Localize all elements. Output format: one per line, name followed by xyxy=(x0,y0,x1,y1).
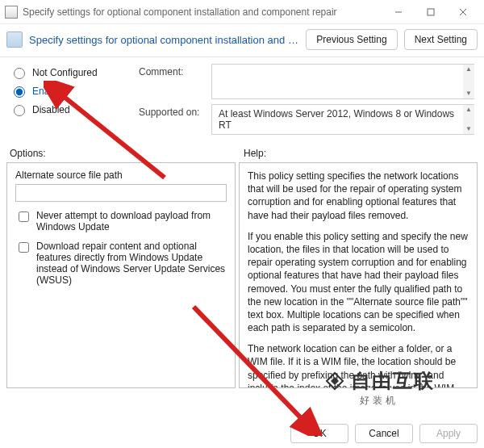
minimize-button[interactable] xyxy=(382,1,415,23)
options-pane: Alternate source file path Never attempt… xyxy=(6,162,236,388)
scroll-down-icon: ▼ xyxy=(463,89,474,98)
help-paragraph: The network location can be either a fol… xyxy=(248,342,469,388)
policy-meta-fields: Comment: ▲ ▼ Supported on: At least Wind… xyxy=(139,64,474,140)
help-paragraph: This policy setting specifies the networ… xyxy=(248,170,469,222)
supported-on-label: Supported on: xyxy=(139,104,211,135)
radio-enabled-label: Enabled xyxy=(32,86,68,97)
panes: Alternate source file path Never attempt… xyxy=(0,162,484,388)
supported-on-field: At least Windows Server 2012, Windows 8 … xyxy=(211,104,463,135)
policy-state-area: Not Configured Enabled Disabled Comment:… xyxy=(0,57,484,143)
help-pane: This policy setting specifies the networ… xyxy=(239,162,478,388)
apply-button[interactable]: Apply xyxy=(419,424,478,443)
radio-disabled-input[interactable] xyxy=(14,105,25,116)
alternate-source-path-input[interactable] xyxy=(15,184,227,202)
alternate-source-path-label: Alternate source file path xyxy=(15,170,227,181)
app-icon xyxy=(5,6,18,19)
window-title: Specify settings for optional component … xyxy=(23,6,337,18)
radio-enabled[interactable]: Enabled xyxy=(10,84,115,98)
comment-field[interactable] xyxy=(211,64,463,99)
comment-label: Comment: xyxy=(139,64,211,99)
comment-scrollbar[interactable]: ▲ ▼ xyxy=(463,64,474,99)
svg-rect-1 xyxy=(428,9,434,15)
policy-title: Specify settings for optional component … xyxy=(29,34,299,46)
radio-disabled[interactable]: Disabled xyxy=(10,103,115,116)
section-labels: Options: Help: xyxy=(0,143,484,162)
help-heading: Help: xyxy=(244,148,474,159)
policy-state-radios: Not Configured Enabled Disabled xyxy=(10,64,115,116)
cancel-button[interactable]: Cancel xyxy=(355,424,413,443)
titlebar: Specify settings for optional component … xyxy=(0,0,484,24)
radio-not-configured-input[interactable] xyxy=(14,68,25,79)
policy-icon xyxy=(6,31,23,48)
options-heading: Options: xyxy=(10,148,244,159)
radio-enabled-input[interactable] xyxy=(14,86,25,98)
dialog-footer: OK Cancel Apply xyxy=(290,424,478,443)
watermark-subtext: 好装机 xyxy=(290,394,468,408)
previous-setting-button[interactable]: Previous Setting xyxy=(306,29,397,50)
help-paragraph: If you enable this policy setting and sp… xyxy=(248,230,469,335)
maximize-button[interactable] xyxy=(415,1,447,23)
wsus-bypass-checkbox[interactable] xyxy=(19,242,29,253)
radio-disabled-label: Disabled xyxy=(32,104,70,115)
wsus-bypass-label: Download repair content and optional fea… xyxy=(36,241,227,286)
scroll-up-icon: ▲ xyxy=(463,65,474,74)
scroll-up-icon: ▲ xyxy=(463,105,474,115)
close-button[interactable] xyxy=(447,1,479,23)
never-download-checkbox[interactable] xyxy=(19,211,29,222)
supported-scrollbar[interactable]: ▲ ▼ xyxy=(463,104,474,135)
ok-button[interactable]: OK xyxy=(290,424,348,443)
scroll-down-icon: ▼ xyxy=(463,124,474,134)
radio-not-configured[interactable]: Not Configured xyxy=(10,65,115,79)
radio-not-configured-label: Not Configured xyxy=(32,67,98,78)
policy-header: Specify settings for optional component … xyxy=(0,24,484,55)
next-setting-button[interactable]: Next Setting xyxy=(404,29,478,50)
never-download-label: Never attempt to download payload from W… xyxy=(36,210,227,232)
